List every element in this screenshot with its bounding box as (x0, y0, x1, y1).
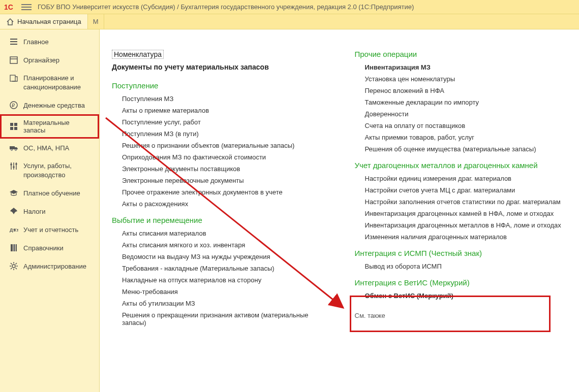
sidebar-item-10[interactable]: Справочники (0, 239, 99, 257)
sidebar-item-0[interactable]: Главное (0, 32, 99, 51)
list-item[interactable]: Акты об утилизации МЗ (122, 300, 324, 307)
list-item[interactable]: Перенос вложений в НФА (365, 87, 567, 94)
svg-rect-10 (10, 146, 15, 149)
svg-text:₽: ₽ (12, 103, 15, 108)
tab-secondary-label: М (93, 18, 99, 25)
svg-rect-9 (14, 127, 17, 130)
svg-rect-6 (10, 123, 13, 126)
list-item[interactable]: Решения об оценке имущества (материальны… (365, 145, 567, 153)
sidebar-item-label: Материальные запасы (23, 119, 93, 134)
home-icon (6, 18, 14, 26)
list-item[interactable]: Накладные на отпуск материалов на сторон… (122, 276, 324, 284)
sidebar-item-label: Платное обучение (23, 189, 80, 197)
list-item[interactable]: Доверенности (365, 110, 567, 118)
list-item[interactable]: Меню-требования (122, 288, 324, 296)
sidebar-item-label: Денежные средства (23, 102, 85, 109)
list-item[interactable]: Ведомости на выдачу МЗ на нужды учрежден… (122, 253, 324, 260)
list-item[interactable]: Решения о прекращении признания активом … (122, 311, 324, 326)
tab-bar: Начальная страница М (0, 14, 579, 29)
list-item[interactable]: Вывод из оборота ИСМП (365, 263, 567, 270)
list-item[interactable]: Настройки единиц измерения драг. материа… (365, 175, 567, 182)
svg-text:1C: 1C (4, 3, 13, 11)
section-title: Учет драгоценных металлов и драгоценных … (355, 161, 567, 170)
sidebar-item-1[interactable]: Органайзер (0, 51, 99, 69)
sidebar-item-label: Органайзер (23, 56, 59, 64)
sidebar-item-label: Справочники (23, 244, 64, 252)
sidebar-item-2[interactable]: Планирование и санкционирование (0, 69, 99, 96)
menu-toggle-icon[interactable] (21, 4, 32, 10)
list-item[interactable]: Настройки счетов учета МЦ с драг. матери… (365, 186, 567, 194)
section-title: Прочие операции (355, 50, 567, 58)
calendar-icon (9, 55, 18, 64)
svg-rect-7 (14, 123, 17, 126)
tab-home-label: Начальная страница (17, 18, 81, 25)
list-item[interactable]: Инвентаризация драгоценных камней в НФА,… (365, 210, 567, 217)
list-item[interactable]: Акты о приемке материалов (122, 107, 324, 114)
highlight-ismp-box (350, 296, 551, 332)
list-item[interactable]: Акты списания мягкого и хоз. инвентаря (122, 241, 324, 249)
sidebar-item-5[interactable]: ОС, НМА, НПА (0, 139, 99, 157)
svg-point-18 (15, 163, 17, 165)
svg-point-16 (10, 164, 12, 166)
gear-icon (9, 262, 18, 271)
section-title: Поступление (112, 81, 324, 90)
svg-point-17 (13, 166, 15, 168)
list-item[interactable]: Электронные перевозочные документы (122, 177, 324, 184)
content-area: НоменклатураДокументы по учету материаль… (100, 29, 579, 392)
list-item[interactable]: Акты списания материалов (122, 230, 324, 237)
sidebar: ГлавноеОрганайзерПланирование и санкцион… (0, 29, 100, 392)
section-title: Интеграция с ИСМП (Честный знак) (355, 249, 567, 257)
list-item[interactable]: Поступления МЗ (в пути) (122, 130, 324, 138)
sidebar-item-3[interactable]: ₽Денежные средства (0, 96, 99, 114)
grid-icon (9, 122, 18, 131)
svg-point-11 (11, 149, 13, 151)
list-item[interactable]: Установка цен номенклатуры (365, 75, 567, 83)
nomenclature-header[interactable]: Номенклатура (112, 50, 164, 59)
eagle-icon (9, 207, 18, 216)
tab-home[interactable]: Начальная страница (0, 14, 88, 29)
list-item[interactable]: Электронные документы поставщиков (122, 165, 324, 173)
section-title: Выбытие и перемещение (112, 216, 324, 224)
tab-secondary[interactable]: М (88, 14, 104, 29)
list-item[interactable]: Таможенные декларации по импорту (365, 99, 567, 106)
svg-point-24 (12, 265, 15, 268)
svg-rect-21 (11, 244, 13, 251)
window-title: ГОБУ ВПО Университет искусств (Субсидия)… (38, 3, 414, 11)
sidebar-item-label: Администрирование (23, 263, 86, 270)
svg-rect-1 (10, 57, 17, 63)
list-item[interactable]: Настройки заполнения отчетов статистики … (365, 198, 567, 206)
documents-subheader: Документы по учету материальных запасов (112, 63, 324, 71)
sidebar-item-label: Планирование и санкционирование (23, 74, 81, 91)
list-item[interactable]: Поступление услуг, работ (122, 118, 324, 126)
list-item[interactable]: Решения о признании объектов (материальн… (122, 142, 324, 149)
report-icon: ДтКт (9, 225, 18, 234)
list-item[interactable]: Акты приемки товаров, работ, услуг (365, 134, 567, 141)
sidebar-item-label: ОС, НМА, НПА (23, 144, 69, 152)
sidebar-item-11[interactable]: Администрирование (0, 257, 99, 275)
plan-icon (9, 74, 18, 83)
list-item[interactable]: Требования - накладные (Материальные зап… (122, 265, 324, 272)
sidebar-item-9[interactable]: ДтКтУчет и отчетность (0, 220, 99, 239)
list-item[interactable]: Счета на оплату от поставщиков (365, 122, 567, 129)
svg-point-12 (15, 149, 17, 151)
list-item[interactable]: Инвентаризация драгоценных металлов в НФ… (365, 221, 567, 229)
svg-rect-22 (13, 244, 15, 251)
sidebar-item-7[interactable]: Платное обучение (0, 184, 99, 202)
list-item[interactable]: Инвентаризация МЗ (365, 63, 567, 71)
ruble-icon: ₽ (9, 101, 18, 110)
sidebar-item-4[interactable]: Материальные запасы (0, 114, 99, 139)
svg-rect-3 (10, 75, 15, 81)
titlebar: 1C ГОБУ ВПО Университет искусств (Субсид… (0, 0, 579, 14)
list-item[interactable]: Изменения наличия драгоценных материалов (365, 233, 567, 241)
sidebar-item-label: Налоги (23, 208, 46, 215)
list-item[interactable]: Поступления МЗ (122, 95, 324, 103)
section-title: Интеграция с ВетИС (Меркурий) (355, 278, 567, 287)
graduation-icon (9, 188, 18, 198)
list-item[interactable]: Прочее отражение электронных документов … (122, 188, 324, 196)
sidebar-item-6[interactable]: Услуги, работы, производство (0, 157, 99, 184)
svg-rect-23 (16, 244, 17, 251)
list-item[interactable]: Акты о расхождениях (122, 200, 324, 208)
sidebar-item-8[interactable]: Налоги (0, 202, 99, 220)
list-item[interactable]: Оприходования МЗ по фактической стоимост… (122, 153, 324, 161)
truck-icon (9, 143, 18, 152)
